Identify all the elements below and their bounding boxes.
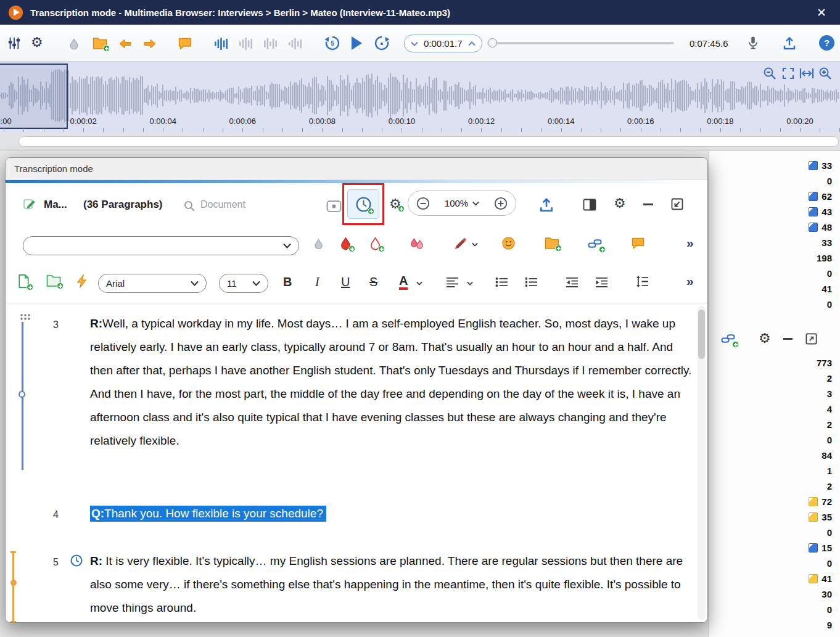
- timestamp-clock-icon[interactable]: [70, 554, 83, 567]
- minimize-icon[interactable]: [643, 203, 653, 205]
- count-row[interactable]: 0: [709, 525, 840, 540]
- count-row[interactable]: 48: [709, 220, 840, 235]
- right-panel-minimize-icon[interactable]: [783, 338, 793, 340]
- waveform-option-icon-1[interactable]: [238, 36, 253, 51]
- fullscreen-icon[interactable]: [781, 67, 795, 80]
- font-family-dropdown[interactable]: Arial: [98, 274, 207, 293]
- drag-handle-icon[interactable]: [20, 313, 31, 321]
- count-row[interactable]: 2: [709, 371, 840, 386]
- count-row[interactable]: 2: [709, 417, 840, 432]
- waveform-scrollbar[interactable]: [0, 133, 840, 151]
- timeline-node-icon[interactable]: [19, 391, 25, 398]
- count-row[interactable]: 773: [709, 355, 840, 371]
- time-spinner[interactable]: 0:00:01.7: [404, 35, 482, 52]
- panel-settings-gear-icon[interactable]: [614, 197, 626, 210]
- emoticode-icon[interactable]: [501, 236, 516, 250]
- mixer-icon[interactable]: [7, 36, 21, 50]
- waveform-option-icon-3[interactable]: [287, 36, 302, 51]
- code-in-vivo-icon[interactable]: [368, 236, 382, 250]
- open-in-new-window-icon[interactable]: [805, 332, 818, 345]
- italic-button[interactable]: I: [315, 275, 319, 289]
- transcript-editor[interactable]: 3 4 5 R:Well, a typical workday in my li…: [6, 303, 707, 622]
- export-transcript-icon[interactable]: [538, 197, 554, 213]
- highlighter-chevron-icon[interactable]: [472, 242, 478, 247]
- bullet-list-button[interactable]: [495, 277, 508, 287]
- count-row[interactable]: 33: [709, 235, 840, 250]
- link-add-icon[interactable]: [588, 237, 603, 251]
- zoom-in-icon[interactable]: [818, 67, 832, 80]
- indent-button[interactable]: [595, 277, 608, 287]
- count-row[interactable]: 3: [709, 386, 840, 401]
- replay-5-icon[interactable]: 5: [324, 35, 340, 51]
- count-row[interactable]: 84: [709, 448, 840, 463]
- highlighter-icon[interactable]: [453, 236, 467, 250]
- count-row[interactable]: 43: [709, 204, 840, 220]
- count-row[interactable]: 198: [709, 250, 840, 266]
- transcript-paragraph[interactable]: Q:Thank you. How flexible is your schedu…: [90, 502, 696, 525]
- count-row[interactable]: 0: [709, 602, 840, 617]
- zoom-in-button[interactable]: [494, 197, 508, 210]
- restore-icon[interactable]: [670, 197, 684, 211]
- count-row[interactable]: 0: [709, 266, 840, 281]
- underline-button[interactable]: U: [341, 275, 350, 289]
- font-color-button[interactable]: A: [399, 274, 408, 290]
- code-multiple-icon[interactable]: [409, 237, 425, 250]
- count-row[interactable]: 0: [709, 173, 840, 189]
- search-icon[interactable]: [183, 200, 196, 212]
- selected-text[interactable]: Q:Thank you. How flexible is your schedu…: [90, 506, 326, 522]
- fit-width-icon[interactable]: [799, 67, 814, 80]
- new-memo-icon[interactable]: [93, 36, 107, 50]
- waveform-scrollbar-thumb[interactable]: [19, 136, 839, 147]
- outdent-button[interactable]: [566, 277, 579, 287]
- numbered-list-button[interactable]: [525, 277, 538, 287]
- microphone-icon[interactable]: [746, 35, 760, 51]
- zoom-out-icon[interactable]: [763, 67, 776, 80]
- search-scope-label[interactable]: Document: [200, 199, 245, 210]
- align-chevron-icon[interactable]: [467, 281, 473, 286]
- zoom-level-dropdown[interactable]: 100%: [445, 198, 479, 208]
- count-row[interactable]: 4: [709, 401, 840, 417]
- link-add-icon[interactable]: [721, 332, 736, 346]
- previous-icon[interactable]: [118, 36, 133, 51]
- play-button-icon[interactable]: [350, 35, 363, 51]
- count-row[interactable]: 0: [709, 556, 840, 571]
- comment-icon[interactable]: [178, 36, 192, 51]
- code-droplet-gray-icon[interactable]: [313, 238, 324, 250]
- eraser-code-icon[interactable]: [68, 38, 80, 50]
- autoscroll-icon[interactable]: [326, 200, 342, 213]
- count-row[interactable]: 72: [709, 494, 840, 509]
- code-combobox[interactable]: [23, 236, 299, 255]
- seek-thumb[interactable]: [488, 38, 497, 47]
- count-row[interactable]: 1: [709, 463, 840, 479]
- insert-timestamp-button[interactable]: [347, 189, 379, 219]
- count-row[interactable]: 0: [709, 297, 840, 312]
- font-size-dropdown[interactable]: 11: [219, 274, 268, 293]
- more-tools-chevron[interactable]: »: [686, 236, 693, 250]
- skip-forward-icon[interactable]: [374, 35, 390, 51]
- strikethrough-button[interactable]: S: [369, 275, 377, 289]
- count-row[interactable]: 30: [709, 586, 840, 602]
- zoom-out-button[interactable]: [416, 197, 430, 210]
- count-row[interactable]: 9: [709, 617, 840, 633]
- autocode-icon[interactable]: [76, 274, 89, 289]
- close-button[interactable]: ✕: [812, 6, 831, 20]
- open-folder-icon[interactable]: [46, 274, 61, 287]
- edit-document-icon[interactable]: [23, 197, 36, 211]
- player-settings-gear-icon[interactable]: [31, 36, 43, 49]
- document-scrollbar-thumb[interactable]: [698, 310, 705, 359]
- count-row[interactable]: 62: [709, 189, 840, 204]
- right-panel-gear-icon[interactable]: [759, 332, 771, 345]
- count-row[interactable]: 35: [709, 509, 840, 525]
- timestamp-node-icon[interactable]: [10, 580, 17, 586]
- timestamp-settings-icon[interactable]: [389, 197, 401, 211]
- transcript-paragraph[interactable]: R: It is very flexible. It's typically… …: [90, 549, 696, 620]
- next-icon[interactable]: [142, 36, 157, 51]
- paraphrase-icon[interactable]: [631, 236, 645, 250]
- code-with-new-code-icon[interactable]: [339, 236, 353, 250]
- count-row[interactable]: 41: [709, 281, 840, 297]
- bold-button[interactable]: B: [283, 275, 292, 289]
- help-icon[interactable]: ?: [819, 35, 834, 51]
- count-row[interactable]: 15: [709, 540, 840, 556]
- count-row[interactable]: 33: [709, 158, 840, 173]
- document-scrollbar[interactable]: [698, 306, 706, 620]
